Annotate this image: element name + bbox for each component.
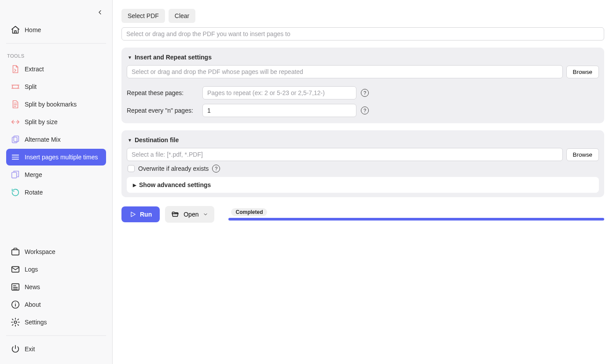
select-pdf-button[interactable]: Select PDF	[121, 9, 165, 23]
svg-point-15	[14, 321, 17, 324]
browse-source-button[interactable]: Browse	[566, 66, 599, 78]
status-label: Completed	[231, 208, 267, 216]
caret-down-icon: ▼	[128, 138, 132, 143]
panel-title: Insert and Repeat settings	[135, 54, 212, 61]
sidebar-item-label: Extract	[25, 66, 44, 73]
play-icon	[129, 211, 136, 218]
divider	[6, 335, 106, 336]
sidebar-item-label: Alternate Mix	[25, 136, 61, 143]
sidebar-item-rotate[interactable]: Rotate	[6, 184, 106, 201]
sidebar-item-extract[interactable]: Extract	[6, 61, 106, 77]
sidebar-item-label: Split by size	[25, 118, 58, 125]
open-button[interactable]: Open	[165, 206, 214, 223]
folder-open-icon	[171, 210, 179, 218]
sidebar-collapse-button[interactable]	[94, 6, 106, 18]
svg-rect-6	[12, 250, 19, 255]
sidebar-item-label: Home	[25, 26, 41, 33]
browse-destination-button[interactable]: Browse	[566, 148, 599, 161]
sidebar-item-merge[interactable]: Merge	[6, 166, 106, 183]
sidebar-item-insert-multiple[interactable]: Insert pages multiple times	[6, 149, 106, 165]
target-pdf-input[interactable]	[121, 27, 604, 40]
sidebar-item-home[interactable]: Home	[6, 22, 106, 38]
sidebar-item-label: Rotate	[25, 189, 43, 196]
main-content: Select PDF Clear ▼ Insert and Repeat set…	[113, 0, 613, 364]
insert-pages-icon	[11, 152, 20, 162]
chevron-left-icon	[96, 9, 103, 16]
sidebar-item-label: Split by bookmarks	[25, 101, 77, 108]
sidebar-item-settings[interactable]: Settings	[6, 314, 106, 331]
run-button[interactable]: Run	[121, 206, 160, 222]
insert-repeat-panel: ▼ Insert and Repeat settings Browse Repe…	[121, 48, 604, 123]
caret-down-icon: ▼	[128, 55, 132, 60]
source-pdf-input[interactable]	[127, 65, 563, 78]
home-icon	[11, 25, 20, 35]
repeat-every-input[interactable]	[202, 104, 356, 117]
rotate-icon	[11, 188, 20, 197]
merge-icon	[11, 170, 20, 180]
sidebar-item-label: News	[25, 283, 40, 290]
chevron-down-icon	[203, 212, 208, 217]
split-icon	[11, 82, 20, 92]
sidebar-item-exit[interactable]: Exit	[6, 341, 106, 357]
sidebar-item-split[interactable]: Split	[6, 78, 106, 95]
sidebar-item-about[interactable]: About	[6, 296, 106, 313]
bookmark-split-icon	[11, 99, 20, 109]
gear-icon	[11, 317, 20, 327]
caret-right-icon: ▶	[133, 183, 136, 188]
repeat-pages-label: Repeat these pages:	[127, 89, 198, 96]
repeat-pages-input[interactable]	[202, 86, 356, 99]
svg-rect-0	[12, 137, 17, 143]
about-icon	[11, 300, 20, 309]
advanced-label: Show advanced settings	[139, 181, 211, 188]
svg-rect-1	[14, 136, 18, 142]
sidebar-item-label: Workspace	[25, 248, 55, 255]
tools-section-label: TOOLS	[6, 48, 106, 60]
repeat-every-label: Repeat every "n" pages:	[127, 107, 198, 114]
run-label: Run	[140, 211, 152, 218]
destination-file-input[interactable]	[127, 148, 563, 161]
sidebar: Home TOOLS Extract Split Split by bookma…	[0, 0, 113, 364]
sidebar-item-news[interactable]: News	[6, 279, 106, 295]
extract-icon	[11, 64, 20, 74]
sidebar-item-label: Exit	[25, 346, 35, 353]
news-icon	[11, 282, 20, 292]
split-size-icon	[11, 117, 20, 127]
help-icon[interactable]: ?	[212, 165, 220, 173]
sidebar-item-label: Split	[25, 83, 37, 90]
sidebar-item-label: Logs	[25, 266, 38, 273]
progress-bar	[228, 218, 604, 221]
progress: Completed	[228, 208, 604, 221]
clear-button[interactable]: Clear	[169, 9, 195, 23]
workspace-icon	[11, 247, 20, 257]
destination-panel-header[interactable]: ▼ Destination file	[127, 135, 599, 148]
svg-rect-5	[12, 173, 17, 178]
overwrite-label: Overwrite if already exists	[138, 165, 209, 172]
logs-icon	[11, 265, 20, 274]
sidebar-item-label: About	[25, 301, 41, 308]
destination-panel: ▼ Destination file Browse Overwrite if a…	[121, 130, 604, 197]
divider	[6, 43, 106, 44]
open-label: Open	[184, 211, 198, 218]
sidebar-item-split-size[interactable]: Split by size	[6, 114, 106, 130]
panel-title: Destination file	[135, 136, 179, 143]
help-icon[interactable]: ?	[361, 107, 369, 114]
overwrite-checkbox[interactable]	[128, 165, 135, 172]
show-advanced-toggle[interactable]: ▶ Show advanced settings	[127, 177, 599, 193]
sidebar-item-label: Settings	[25, 319, 47, 326]
help-icon[interactable]: ?	[361, 89, 369, 97]
svg-marker-16	[131, 212, 135, 217]
insert-repeat-panel-header[interactable]: ▼ Insert and Repeat settings	[127, 52, 599, 65]
sidebar-item-alternate-mix[interactable]: Alternate Mix	[6, 131, 106, 148]
alternate-mix-icon	[11, 135, 20, 144]
sidebar-item-label: Merge	[25, 171, 42, 178]
sidebar-item-logs[interactable]: Logs	[6, 261, 106, 278]
power-icon	[11, 344, 20, 354]
sidebar-item-split-bookmarks[interactable]: Split by bookmarks	[6, 96, 106, 113]
sidebar-item-label: Insert pages multiple times	[25, 154, 98, 161]
sidebar-item-workspace[interactable]: Workspace	[6, 243, 106, 260]
